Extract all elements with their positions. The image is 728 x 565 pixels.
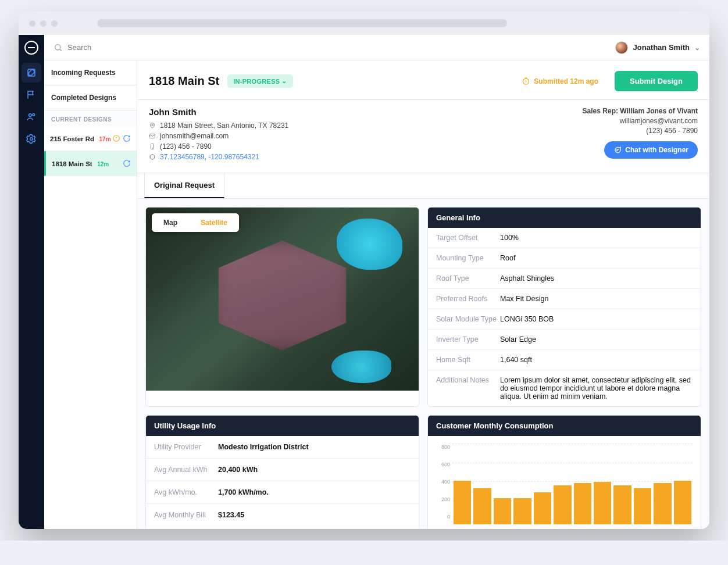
target-icon — [149, 153, 156, 160]
info-row: Home Sqft1,640 sqft — [428, 350, 701, 370]
chart-bar — [473, 488, 491, 524]
design-title: 1818 Main St — [52, 160, 92, 167]
chat-with-designer-button[interactable]: Chat with Designer — [604, 141, 698, 159]
customer-coords[interactable]: 37.123456789, -120.987654321 — [160, 153, 259, 161]
gear-icon — [26, 134, 37, 144]
info-row: Solar Module TypeLONGi 350 BOB — [428, 309, 701, 330]
sidebar-completed[interactable]: Completed Designs — [44, 85, 137, 110]
rep-email: williamjones@vivant.com — [583, 117, 698, 125]
design-title: 215 Foster Rd — [50, 135, 94, 142]
status-text: IN-PROGRESS — [233, 78, 280, 85]
info-value: Max Fit Design — [500, 295, 548, 303]
chart-bar — [554, 485, 571, 524]
utility-panel: Utility Usage Info Utility ProviderModes… — [145, 415, 419, 529]
sidebar-current-label: CURRENT DESIGNS — [44, 110, 137, 126]
submitted-label: Submitted 12m ago — [534, 77, 598, 85]
rep-label: Sales Rep: William Jones of Vivant — [583, 107, 698, 115]
util-row: Avg kWh/mo.1,700 kWh/mo. — [146, 481, 419, 504]
satellite-view-button[interactable]: Satellite — [189, 213, 239, 232]
info-label: Home Sqft — [436, 356, 500, 364]
rep-phone: (123) 456 - 7890 — [583, 127, 698, 135]
warning-icon — [112, 134, 120, 142]
content-header: 1818 Main St IN-PROGRESS ⌄ Submitted 12m… — [137, 60, 709, 100]
info-label: Additional Notes — [436, 376, 500, 384]
design-age: 17m — [99, 136, 111, 142]
svg-point-4 — [55, 44, 60, 49]
content-area: 1818 Main St IN-PROGRESS ⌄ Submitted 12m… — [137, 60, 709, 529]
panel-header: General Info — [428, 208, 701, 228]
window-dot — [40, 20, 47, 27]
browser-chrome: Jonathan Smith ⌄ Incoming Requests Compl… — [19, 12, 709, 529]
app-root: Jonathan Smith ⌄ Incoming Requests Compl… — [19, 35, 709, 529]
search-input[interactable] — [67, 43, 242, 52]
util-label: Utility Provider — [154, 443, 218, 451]
submit-design-button[interactable]: Submit Design — [615, 71, 698, 91]
nav-settings[interactable] — [22, 129, 41, 149]
tab-original-request[interactable]: Original Request — [144, 173, 224, 198]
consumption-panel: Customer Monthly Consumption 80060040020… — [427, 415, 701, 529]
user-menu[interactable]: Jonathan Smith ⌄ — [615, 41, 700, 54]
y-tick: 600 — [436, 462, 450, 467]
app-logo — [24, 41, 38, 55]
customer-phone: (123) 456 - 7890 — [160, 142, 212, 151]
chart-bar — [594, 482, 611, 524]
satellite-image[interactable]: Map Satellite — [146, 208, 419, 391]
info-label: Solar Module Type — [436, 315, 500, 323]
util-label: Avg Annual kWh — [154, 466, 218, 474]
sidebar-incoming[interactable]: Incoming Requests — [44, 60, 137, 85]
design-item-main[interactable]: 1818 Main St 12m — [44, 151, 137, 176]
info-row: Inverter TypeSolar Edge — [428, 330, 701, 350]
chart-bar — [513, 498, 531, 525]
clock-icon — [522, 77, 530, 85]
chevron-down-icon: ⌄ — [281, 77, 287, 85]
info-label: Roof Type — [436, 274, 500, 282]
consumption-chart: 8006004002000 JanFebMarAprMayJunJulAugSe… — [428, 436, 701, 529]
info-row: Mounting TypeRoof — [428, 248, 701, 269]
info-label: Target Offset — [436, 234, 500, 242]
panel-header: Utility Usage Info — [146, 416, 419, 436]
sync-icon — [123, 159, 131, 167]
chart-bar — [654, 483, 671, 525]
info-label: Inverter Type — [436, 335, 500, 344]
util-row: Avg Annual kWh20,400 kWh — [146, 459, 419, 481]
map-toggle: Map Satellite — [152, 213, 239, 232]
map-view-button[interactable]: Map — [152, 213, 189, 232]
chart-bar — [534, 492, 551, 524]
nav-users[interactable] — [22, 107, 41, 127]
util-value: 1,700 kWh/mo. — [218, 488, 269, 496]
users-icon — [26, 112, 37, 122]
phone-icon — [149, 143, 156, 150]
status-badge: IN-PROGRESS ⌄ — [227, 74, 293, 88]
svg-point-1 — [29, 114, 32, 117]
info-value: 1,640 sqft — [500, 356, 532, 364]
customer-email: johnsmith@email.com — [160, 132, 229, 140]
svg-point-7 — [152, 124, 154, 126]
nav-compose[interactable] — [22, 63, 41, 83]
flag-icon — [26, 90, 37, 100]
top-bar: Jonathan Smith ⌄ — [44, 35, 709, 60]
chart-bar — [574, 483, 591, 525]
avatar — [615, 41, 628, 54]
pool-shape — [331, 351, 391, 384]
customer-address: 1818 Main Street, San Antonio, TX 78231 — [160, 121, 288, 130]
tabs: Original Request — [137, 173, 709, 199]
browser-top-bar — [19, 12, 709, 35]
mail-icon — [149, 133, 156, 140]
panel-header: Customer Monthly Consumption — [428, 416, 701, 436]
info-row: Target Offset100% — [428, 228, 701, 248]
customer-name: John Smith — [149, 107, 288, 117]
util-label: Avg Monthly Bill — [154, 511, 218, 519]
svg-point-11 — [150, 155, 155, 159]
svg-point-10 — [152, 148, 153, 149]
page-title: 1818 Main St — [149, 74, 219, 88]
chart-bar — [454, 481, 471, 524]
info-value: LONGi 350 BOB — [500, 315, 554, 323]
svg-point-2 — [33, 113, 35, 116]
user-name: Jonathan Smith — [633, 43, 690, 52]
submitted-time: Submitted 12m ago — [522, 77, 598, 85]
pin-icon — [149, 122, 156, 129]
info-label: Mounting Type — [436, 254, 500, 262]
nav-flag[interactable] — [22, 85, 41, 105]
edit-icon — [26, 67, 37, 78]
design-item-foster[interactable]: 215 Foster Rd 17m — [44, 126, 137, 151]
